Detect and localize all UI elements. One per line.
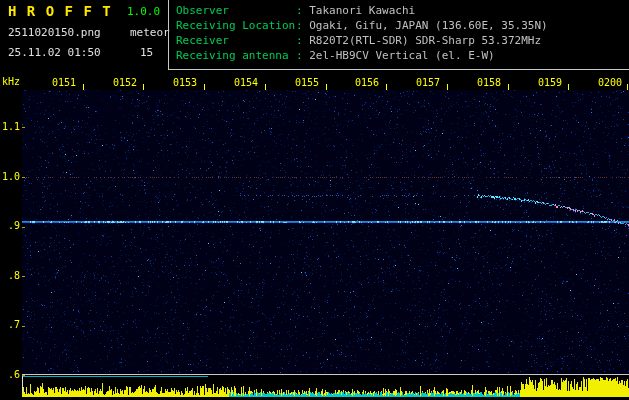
info-row-receiver: Receiver: R820T2(RTL-SDR) SDR-Sharp 53.3…: [176, 34, 548, 49]
info-colon: :: [296, 49, 309, 62]
y-tick-label: .8: [0, 270, 20, 281]
info-label: Receiving Location: [176, 19, 296, 32]
y-axis-unit: kHz: [2, 76, 20, 87]
header-divider-vertical: [168, 0, 169, 70]
hrofft-output: { "header": { "app_title": "H R O F F T"…: [0, 0, 629, 400]
app-title: H R O F F T: [8, 3, 112, 19]
x-tick-label: 0158: [473, 77, 505, 88]
y-tick-label: .6: [0, 369, 20, 380]
x-tick-label: 0154: [230, 77, 262, 88]
info-value: Ogaki, Gifu, JAPAN (136.60E, 35.35N): [309, 19, 547, 32]
x-tick-label: 0200: [594, 77, 626, 88]
app-version: 1.0.0: [127, 5, 160, 18]
x-tick-label: 0155: [291, 77, 323, 88]
info-colon: :: [296, 19, 309, 32]
info-value: R820T2(RTL-SDR) SDR-Sharp 53.372MHz: [309, 34, 541, 47]
x-tick-label: 0159: [534, 77, 566, 88]
y-tick-label: .9: [0, 220, 20, 231]
info-label: Receiver: [176, 34, 296, 47]
info-value: Takanori Kawachi: [309, 4, 415, 17]
info-value: 2el-HB9CV Vertical (el. E-W): [309, 49, 494, 62]
datetime-label: 25.11.02 01:50: [8, 46, 101, 59]
y-tick-label: 1.0: [0, 171, 20, 182]
observer-info: Observer: Takanori Kawachi Receiving Loc…: [176, 4, 548, 64]
info-row-observer: Observer: Takanori Kawachi: [176, 4, 548, 19]
output-filename: 2511020150.png: [8, 26, 101, 39]
x-tick-label: 0157: [412, 77, 444, 88]
echo-count: 15: [140, 46, 153, 59]
info-colon: :: [296, 4, 309, 17]
mode-label: meteor: [130, 26, 170, 39]
info-colon: :: [296, 34, 309, 47]
info-label: Receiving antenna: [176, 49, 296, 62]
info-row-location: Receiving Location: Ogaki, Gifu, JAPAN (…: [176, 19, 548, 34]
info-row-antenna: Receiving antenna: 2el-HB9CV Vertical (e…: [176, 49, 548, 64]
y-tick-label: 1.1: [0, 121, 20, 132]
info-label: Observer: [176, 4, 296, 17]
x-tick-label: 0152: [109, 77, 141, 88]
y-tick-label: .7: [0, 319, 20, 330]
x-tick-label: 0151: [48, 77, 80, 88]
x-tick-label: 0153: [169, 77, 201, 88]
x-tick-label: 0156: [351, 77, 383, 88]
header-divider-horizontal: [168, 69, 629, 70]
